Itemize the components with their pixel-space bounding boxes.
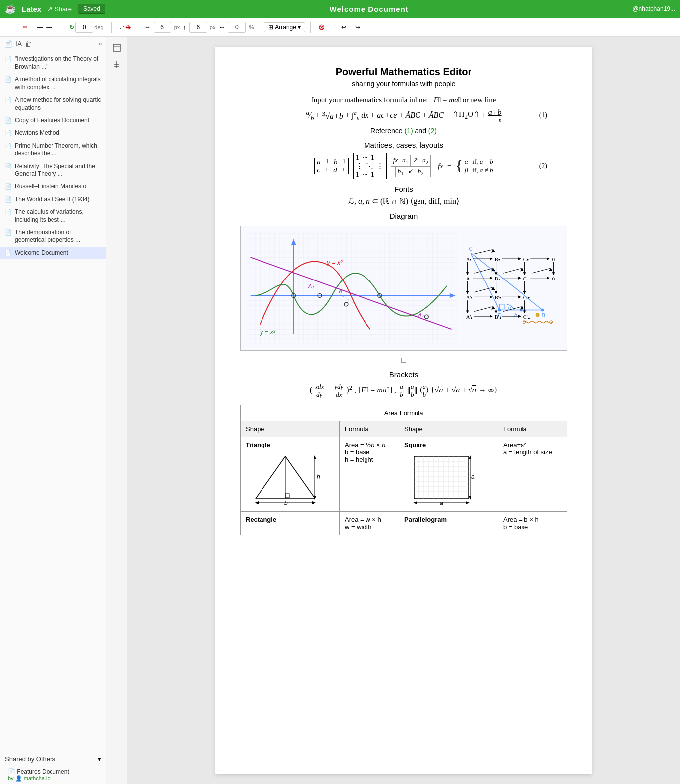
width-arrows-icon: ↔ (144, 23, 151, 31)
height-input[interactable]: 6 (189, 22, 207, 33)
sidebar-item-integrals[interactable]: 📄 A method of calculating integrals with… (0, 73, 106, 94)
sidebar: 📄 IA 🗑 « 📄 "Investigations on the Theory… (0, 37, 106, 784)
svg-line-108 (256, 456, 285, 499)
doc-page: Powerful Mathematics Editor sharing your… (215, 47, 592, 774)
doc-icon-7: 📄 (5, 183, 12, 190)
sidebar-ia-label[interactable]: IA (15, 40, 22, 48)
arrange-grid-icon: ⊞ (268, 24, 273, 31)
height-arrows-icon: ↕ (183, 23, 186, 31)
area-formula-table: Area Formula Shape Formula Shape Formula (240, 405, 567, 535)
matrices-section-title: Matrices, cases, layouts (240, 141, 567, 149)
text-tool[interactable] (110, 41, 124, 56)
app-name: Latex (22, 5, 41, 13)
triangle-svg: h b (246, 451, 325, 506)
shared-doc-name: 📄 Features Document (8, 768, 101, 775)
svg-marker-138 (469, 455, 471, 459)
opacity-input[interactable]: 0 (228, 22, 246, 33)
triangle-b-label: b = base (345, 448, 394, 456)
brackets-section-title: Brackets (240, 370, 567, 379)
sidebar-item-geometrical[interactable]: 📄 The demonstration of geometrical prope… (0, 226, 106, 247)
svg-point-34 (541, 309, 544, 312)
sidebar-item-welcome[interactable]: 📄 Welcome Document (0, 247, 106, 260)
sidebar-item-prime[interactable]: 📄 Prime Number Theorem, which describes … (0, 140, 106, 160)
svg-marker-117 (255, 501, 259, 504)
fonts-formula: ℒ, a, n ⊂ (ℝ ∩ ℕ) ⟨gen, diff, min⟩ (240, 196, 567, 206)
undo-button[interactable]: ↩ (338, 22, 349, 32)
app-logo: ☕ (5, 3, 16, 14)
reference-line: Reference (1) and (2) (240, 127, 567, 135)
sidebar-item-quartic[interactable]: 📄 A new method for solving quartic equat… (0, 94, 106, 114)
arrange-button[interactable]: ⊞ Arrange ▾ (264, 22, 305, 32)
share-button[interactable]: ↗ Share (47, 5, 72, 13)
sidebar-item-label-8: The World as I See It (1934) (15, 196, 90, 204)
parallelogram-label: Parallelogram (404, 516, 493, 523)
parallelogram-formula-cell: Area = b × h b = base (498, 512, 567, 535)
dash-icon: — — (37, 24, 53, 31)
square-formula1: Area=a² (503, 441, 562, 448)
author-icon: 👤 (15, 775, 24, 781)
sidebar-item-world[interactable]: 📄 The World as I See It (1934) (0, 193, 106, 206)
doc-main-title: Powerful Mathematics Editor (240, 66, 567, 78)
parallelogram-cell: Parallelogram (399, 512, 498, 535)
sidebar-item-newtons[interactable]: 📄 Newtons Method (0, 127, 106, 140)
rotation-input[interactable]: 0 (75, 22, 93, 33)
percent-label: % (249, 24, 254, 30)
rotation-unit-label: deg (94, 24, 103, 30)
fonts-section-title: Fonts (240, 185, 567, 193)
square-label: Square (404, 441, 493, 448)
doc-icon-10: 📄 (5, 229, 12, 236)
shared-doc-features[interactable]: 📄 Features Document by 👤 mathcha.io (0, 766, 106, 784)
svg-text:h: h (317, 473, 320, 480)
sidebar-item-label-5: Prime Number Theorem, which describes th… (15, 142, 101, 158)
svg-line-107 (285, 456, 315, 499)
svg-marker-143 (466, 501, 470, 504)
redo-icon: ↪ (355, 24, 360, 31)
px-label1: px (174, 24, 180, 30)
doc-area[interactable]: Powerful Mathematics Editor sharing your… (127, 37, 680, 784)
sidebar-doc-icon[interactable]: 📄 (4, 40, 12, 48)
dash-tool[interactable]: — — (34, 22, 56, 32)
saved-button[interactable]: Saved (78, 4, 105, 14)
close-tool[interactable]: ⊗ (315, 21, 328, 33)
rectangle-formula-cell: Area = w × h w = width (340, 512, 399, 535)
sidebar-item-relativity[interactable]: 📄 Relativity: The Special and the Genera… (0, 160, 106, 180)
sep1 (61, 22, 61, 33)
sep5 (310, 22, 311, 33)
diagram-section-title: Diagram (240, 212, 567, 220)
equation-1: a⁄b + 3√a+b + ∫ab dx + ac+ce + (260, 108, 547, 123)
eq-number-1: (1) (539, 112, 547, 119)
sidebar-item-russell[interactable]: 📄 Russell–Einstein Manifesto (0, 180, 106, 193)
left-tools (106, 37, 127, 784)
width-input[interactable]: 6 (154, 22, 171, 33)
svg-text:C₁: C₁ (523, 276, 529, 281)
pen-tool[interactable]: ✏ (20, 22, 31, 32)
sidebar-item-copy[interactable]: 📄 Copy of Features Document (0, 114, 106, 127)
doc-icon-3: 📄 (5, 117, 12, 124)
shared-by-others-section[interactable]: Shared by Others ▾ (0, 752, 106, 766)
sidebar-collapse-button[interactable]: « (99, 40, 102, 47)
sidebar-item-label-0: "Investigations on the Theory of Brownia… (15, 56, 101, 71)
line-style-tool[interactable]: — (4, 22, 17, 33)
sidebar-item-calculus[interactable]: 📄 The calculus of variations, including … (0, 206, 106, 226)
svg-text:B₁: B₁ (495, 276, 500, 281)
flip-tool[interactable]: ⇌ ⊕ (117, 22, 134, 32)
svg-text:C'₁: C'₁ (523, 314, 530, 320)
svg-text:y = x²: y = x² (326, 259, 343, 266)
svg-text:A'₁: A'₁ (466, 314, 473, 320)
svg-text:B'₁: B'₁ (495, 314, 501, 320)
svg-marker-139 (469, 496, 471, 500)
svg-marker-142 (413, 501, 417, 504)
doc-icon-1: 📄 (5, 76, 12, 83)
redo-button[interactable]: ↪ (352, 22, 363, 32)
sidebar-item-brownian[interactable]: 📄 "Investigations on the Theory of Brown… (0, 53, 106, 73)
image-tool[interactable] (110, 58, 124, 73)
doc-icon-5: 📄 (5, 143, 12, 149)
col-shape-2: Shape (399, 421, 498, 437)
doc-title-nav: Welcome Document (111, 5, 627, 13)
rotation-tool: ↻ 0 deg (66, 20, 106, 34)
rectangle-label: Rectangle (246, 516, 334, 523)
square-cell: Square (399, 437, 498, 512)
col-formula-2: Formula (498, 421, 567, 437)
svg-text:A₁: A₁ (308, 283, 314, 289)
sidebar-trash-icon[interactable]: 🗑 (25, 40, 32, 48)
